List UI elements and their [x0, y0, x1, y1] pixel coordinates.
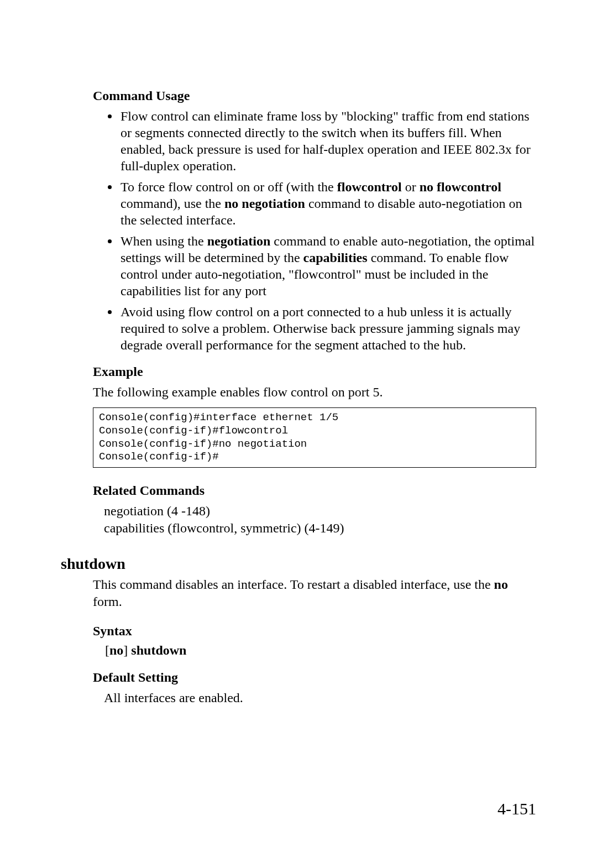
syntax-line: [no] shutdown — [105, 643, 536, 658]
text-fragment: or — [402, 180, 420, 194]
heading-syntax: Syntax — [93, 624, 536, 639]
keyword-no-flowcontrol: no flowcontrol — [420, 180, 501, 194]
list-item: Avoid using flow control on a port conne… — [119, 304, 536, 353]
page-content: Command Usage Flow control can eliminate… — [0, 0, 597, 707]
keyword-no-negotiation: no negotiation — [224, 196, 305, 211]
heading-default-setting: Default Setting — [93, 670, 536, 685]
keyword-no: no — [109, 643, 123, 657]
keyword-capabilities: capabilities — [303, 250, 368, 265]
keyword-negotiation: negotiation — [207, 234, 271, 248]
text-fragment: To force flow control on or off (with th… — [121, 180, 337, 194]
page-number: 4-151 — [498, 799, 536, 818]
keyword-shutdown: shutdown — [131, 643, 186, 657]
list-item: When using the negotiation command to en… — [119, 233, 536, 299]
text-fragment: ] — [123, 643, 131, 657]
text-fragment: form. — [93, 594, 122, 609]
related-command-item: negotiation (4 -148) — [104, 503, 536, 520]
list-item: To force flow control on or off (with th… — [119, 179, 536, 228]
related-command-item: capabilities (flowcontrol, symmetric) (4… — [104, 520, 536, 537]
keyword-no: no — [494, 577, 508, 592]
text-fragment: This command disables an interface. To r… — [93, 577, 494, 592]
command-title-shutdown: shutdown — [61, 555, 536, 573]
heading-related-commands: Related Commands — [93, 483, 536, 498]
heading-command-usage: Command Usage — [93, 88, 536, 103]
list-item: Flow control can eliminate frame loss by… — [119, 108, 536, 174]
command-usage-list: Flow control can eliminate frame loss by… — [93, 108, 536, 353]
default-setting-text: All interfaces are enabled. — [104, 689, 536, 707]
keyword-flowcontrol: flowcontrol — [337, 180, 402, 194]
text-fragment: When using the — [121, 234, 207, 248]
shutdown-description: This command disables an interface. To r… — [93, 576, 536, 610]
code-example: Console(config)#interface ethernet 1/5 C… — [93, 407, 536, 468]
heading-example: Example — [93, 364, 536, 379]
example-intro: The following example enables flow contr… — [93, 384, 536, 401]
text-fragment: command), use the — [121, 196, 224, 211]
text-fragment: [ — [105, 643, 109, 657]
related-commands-list: negotiation (4 -148) capabilities (flowc… — [104, 503, 536, 537]
